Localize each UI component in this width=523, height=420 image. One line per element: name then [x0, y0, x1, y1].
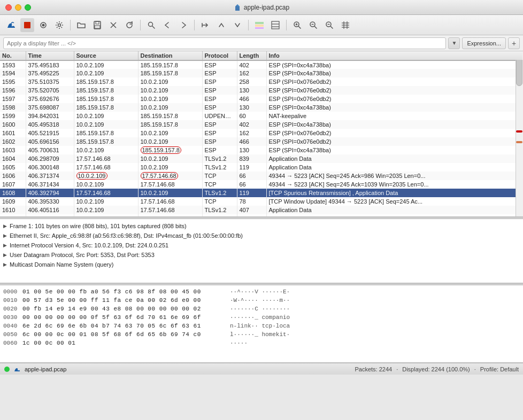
row-src: 185.159.157.8 — [74, 103, 138, 112]
row-time: 375.495225 — [26, 69, 74, 77]
expression-button[interactable]: Expression... — [462, 37, 506, 49]
packet-list[interactable]: No. Time Source Destination Protocol Len… — [0, 51, 523, 216]
stop-button[interactable] — [20, 18, 34, 32]
expand-triangle[interactable]: ▶ — [3, 252, 10, 258]
zoom-normal-button[interactable] — [306, 18, 320, 32]
detail-row[interactable]: ▶Ethernet II, Src: Apple_c6:98:8f (a0:56… — [3, 231, 520, 240]
table-row[interactable]: 1603405.70063110.0.2.109185.159.157.8ESP… — [0, 146, 523, 154]
row-src: 185.159.157.8 — [74, 86, 138, 95]
table-row[interactable]: 1604406.29870917.57.146.6810.0.2.109TLSv… — [0, 154, 523, 163]
go-button[interactable] — [198, 18, 212, 32]
table-row[interactable]: 1610406.40511610.0.2.10917.57.146.68TLSv… — [0, 206, 523, 214]
hex-row: 00406e 2d 6c 69 6e 6b 04 b7 74 63 70 05 … — [3, 322, 520, 330]
table-row[interactable]: 1602405.696156185.159.157.810.0.2.109ESP… — [0, 137, 523, 146]
col-header-time: Time — [26, 51, 74, 60]
status-indicator — [4, 367, 10, 372]
shark-fin-button[interactable] — [4, 18, 18, 32]
hex-ascii: ·······C ········ — [230, 306, 290, 312]
scrollbar[interactable] — [516, 51, 523, 216]
table-row[interactable]: 1601405.521915185.159.157.810.0.2.109ESP… — [0, 129, 523, 137]
row-dst: 185.159.157.8 — [138, 146, 202, 154]
forward-button[interactable] — [176, 18, 190, 32]
hex-row: 001000 57 d3 5e 00 00 ff 11 fa ce 0a 00 … — [3, 296, 520, 305]
col-header-dest: Destination — [138, 51, 202, 60]
table-row[interactable]: 1608406.39279417.57.146.6810.0.2.109TLSv… — [0, 189, 523, 197]
filter-arrow-btn[interactable]: ▼ — [448, 37, 460, 49]
add-filter-button[interactable]: + — [508, 37, 520, 49]
table-row[interactable]: 1597375.692676185.159.157.810.0.2.109ESP… — [0, 95, 523, 103]
save-button[interactable] — [90, 18, 104, 32]
row-len: 66 — [237, 214, 266, 216]
capture-button[interactable] — [36, 18, 50, 32]
open-button[interactable] — [74, 18, 88, 32]
zoom-out-button[interactable] — [322, 18, 336, 32]
hex-bytes: 1c 00 0c 00 01 — [22, 340, 226, 346]
svg-line-9 — [152, 26, 155, 28]
row-no: 1601 — [0, 129, 26, 137]
row-proto: TLSv1.2 — [202, 163, 237, 172]
svg-line-19 — [298, 26, 301, 29]
row-src: 10.0.2.109 — [74, 197, 138, 206]
row-proto: ESP — [202, 103, 237, 112]
expand-triangle[interactable]: ▶ — [3, 262, 10, 267]
maximize-button[interactable] — [25, 4, 31, 11]
expand-triangle[interactable]: ▶ — [3, 243, 10, 248]
row-src: 10.0.2.109 — [74, 172, 138, 180]
table-row[interactable]: 1606406.37137410.0.2.10917.57.146.68TCP6… — [0, 172, 523, 180]
table-row[interactable]: 1595375.510375185.159.157.810.0.2.109ESP… — [0, 77, 523, 86]
layout-button[interactable] — [268, 18, 282, 32]
expand-triangle[interactable]: ▶ — [3, 223, 10, 229]
settings-button[interactable] — [52, 18, 66, 32]
row-info: ESP (SPI=0xc4a738ba) — [266, 146, 523, 154]
table-row[interactable]: 1605406.30014817.57.146.6810.0.2.109TLSv… — [0, 163, 523, 172]
minimize-button[interactable] — [15, 4, 21, 11]
row-dst: 185.159.157.8 — [138, 60, 202, 69]
detail-row[interactable]: ▶Frame 1: 101 bytes on wire (808 bits), … — [3, 221, 520, 231]
row-src: 17.57.146.68 — [74, 189, 138, 197]
detail-text: Internet Protocol Version 4, Src: 10.0.2… — [10, 242, 168, 248]
find-button[interactable] — [144, 18, 158, 32]
scroll-up-button[interactable] — [214, 18, 228, 32]
row-src: 185.159.157.8 — [74, 95, 138, 103]
scroll-down-button[interactable] — [230, 18, 244, 32]
table-row[interactable]: 1593375.49518310.0.2.109185.159.157.8ESP… — [0, 60, 523, 69]
table-row[interactable]: 1596375.520705185.159.157.810.0.2.109ESP… — [0, 86, 523, 95]
status-separator-1: · — [396, 366, 398, 372]
table-row[interactable]: 1609406.39533010.0.2.10917.57.146.68TCP7… — [0, 197, 523, 206]
filter-input[interactable] — [3, 37, 446, 49]
expand-triangle[interactable]: ▶ — [3, 233, 10, 238]
detail-row[interactable]: ▶Multicast Domain Name System (query) — [3, 260, 520, 269]
close-file-button[interactable] — [106, 18, 120, 32]
row-len: 66 — [237, 172, 266, 180]
row-len: 839 — [237, 154, 266, 163]
table-row[interactable]: 1600405.49531810.0.2.109185.159.157.8ESP… — [0, 120, 523, 129]
table-row[interactable]: 1599394.84203110.0.2.109185.159.157.8UDP… — [0, 112, 523, 120]
row-len: 130 — [237, 103, 266, 112]
row-info: 49344 → 5223 [ACK] Seq=245 Ack=1039 Win=… — [266, 180, 523, 189]
colorize-button[interactable] — [252, 18, 266, 32]
row-info: [TCP Spurious Retransmission] , Applicat… — [266, 189, 523, 197]
row-info: NAT-keepalive — [266, 112, 523, 120]
hex-ascii: ··^····V ······E· — [230, 289, 290, 295]
zoom-in-button[interactable] — [290, 18, 304, 32]
colorize-icon — [255, 21, 264, 29]
close-button[interactable] — [5, 4, 12, 11]
detail-row[interactable]: ▶User Datagram Protocol, Src Port: 5353,… — [3, 250, 520, 260]
time-ref-button[interactable] — [339, 18, 352, 32]
save-icon — [93, 21, 102, 29]
reload-button[interactable] — [122, 18, 136, 32]
row-dst: 185.159.157.8 — [138, 112, 202, 120]
back-button[interactable] — [160, 18, 174, 32]
hex-offset: 0020 — [3, 306, 22, 312]
col-header-source: Source — [74, 51, 138, 60]
table-row[interactable]: 1594375.49522510.0.2.109185.159.157.8ESP… — [0, 69, 523, 77]
hex-ascii: l······_ homekit· — [230, 331, 290, 338]
hex-bytes: 6e 2d 6c 69 6e 6b 04 b7 74 63 70 05 6c 6… — [22, 323, 226, 329]
detail-row[interactable]: ▶Internet Protocol Version 4, Src: 10.0.… — [3, 240, 520, 250]
scrollbar-marker-red — [516, 130, 522, 133]
status-packets: Packets: 2244 — [355, 366, 392, 372]
table-row[interactable]: 1607406.37143410.0.2.10917.57.146.68TCP6… — [0, 180, 523, 189]
table-row[interactable]: 1598375.698087185.159.157.810.0.2.109ESP… — [0, 103, 523, 112]
title-bar: apple-ipad.pcap — [0, 0, 523, 15]
table-row[interactable]: 1611406.40787510.0.2.10917.57.146.68TCP6… — [0, 214, 523, 216]
